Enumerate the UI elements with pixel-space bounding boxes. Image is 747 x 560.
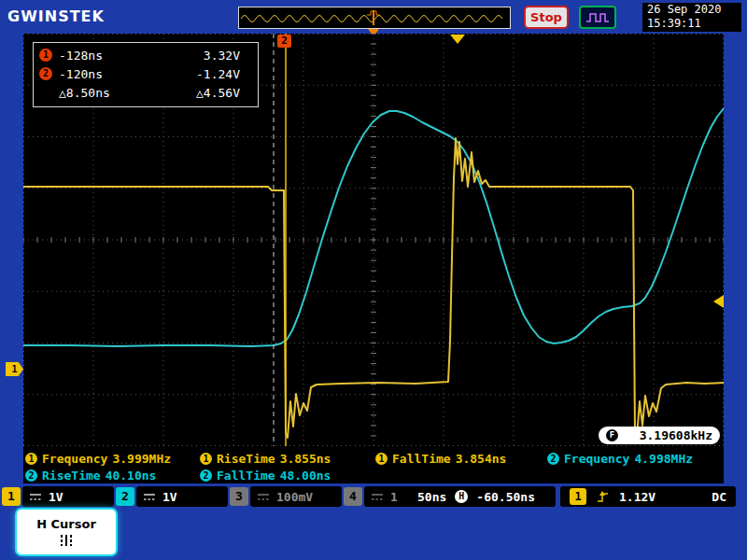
frequency-counter-icon: F [606,429,618,441]
channel-badge: 2 [200,469,212,482]
h-position-icon: H [455,490,468,503]
channel-badge: 2 [116,487,134,506]
channel-scale: 100mV [276,490,313,504]
trigger-level-marker[interactable] [713,295,724,308]
timebase-status[interactable]: 50ns H -60.50ns [397,486,556,507]
h-cursor-button[interactable]: H Cursor [17,510,116,554]
cursor1-time: -128ns [59,49,154,63]
trigger-source-badge: 1 [570,488,586,505]
rising-edge-icon [596,489,610,504]
channel-badge: 2 [25,469,37,482]
edge-trigger-icon [585,10,611,25]
measurement-name: Frequency [42,452,107,466]
cursor2-volt: -1.24V [154,67,240,81]
channel-scale: 1V [162,490,177,504]
trigger-status[interactable]: 1 1.12V DC [560,486,736,507]
channel-badge: 3 [230,487,248,506]
cursor2-row: 2 -120ns -1.24V [39,64,252,83]
datetime-display: 26 Sep 2020 15:39:11 [642,3,741,32]
channel-badge: 1 [375,453,388,465]
scope-display: 2 1 -128ns 3.32V 2 -120ns -1.24V △8.50ns… [23,34,724,483]
channel-badge: 1 [200,453,212,465]
run-stop-indicator[interactable]: Stop [524,6,569,29]
measurement-value: 3.999MHz [112,452,171,466]
measurement-item: 1 Frequency 3.999MHz [25,451,171,466]
date-text: 26 Sep 2020 [647,3,737,17]
channel-badge: 1 [2,487,21,506]
timebase-value: 50ns [417,490,446,504]
dc-coupling-icon [143,492,156,501]
oscilloscope-screen: GWINSTEK Stop 26 Sep 2020 15:39:11 2 1 -… [0,0,747,560]
measurement-value: 48.00ns [280,469,331,483]
channel-badge: 4 [344,487,362,506]
channel-badge: 2 [547,453,559,465]
ch2-waveform [23,108,724,346]
preview-waveform-icon [239,7,508,26]
time-text: 15:39:11 [647,17,737,31]
dc-coupling-icon [257,492,270,501]
h-position-value: -60.50ns [476,490,535,504]
dc-coupling-icon [29,492,42,501]
channel-status-ch2[interactable]: 2 1V [116,486,228,507]
cursor-delta-time: △8.50ns [59,86,154,100]
measurement-item: 2 RiseTime 40.10ns [25,468,156,483]
measurement-value: 4.998MHz [634,452,693,466]
brand-logo: GWINSTEK [7,7,105,25]
status-bar: 1 1V 2 1V 3 [0,486,747,509]
cursor2-badge: 2 [39,67,52,80]
measurement-item: 2 FallTime 48.00ns [200,468,331,483]
trigger-level-value: 1.12V [619,490,655,504]
trigger-position-marker[interactable] [450,35,465,44]
cursor-readout-panel: 1 -128ns 3.32V 2 -120ns -1.24V △8.50ns △… [33,42,259,107]
channel-status-ch3[interactable]: 3 100mV [230,486,342,507]
channel-status-ch1[interactable]: 1 1V [2,486,114,507]
measurement-item: 2 Frequency 4.998MHz [547,451,693,466]
channel-badge: 1 [25,453,37,465]
cursor1-badge: 1 [39,49,52,62]
cursor-delta-row: △8.50ns △4.56V [39,83,252,102]
measurement-item: 1 RiseTime 3.855ns [200,451,331,466]
trigger-type-button[interactable] [579,6,616,29]
frequency-counter-value: 3.19608kHz [624,428,712,442]
h-cursor-label: H Cursor [36,517,96,531]
cursor1-volt: 3.32V [154,49,240,63]
frequency-counter: F 3.19608kHz [599,427,720,444]
cursor2-time: -120ns [59,67,154,81]
measurement-name: FallTime [392,452,451,466]
measurement-item: 1 FallTime 3.854ns [375,451,506,466]
measurement-value: 3.855ns [280,452,331,466]
trigger-coupling: DC [712,490,726,504]
measurement-name: RiseTime [217,452,275,466]
dc-coupling-icon [371,492,384,501]
measurement-name: Frequency [564,452,629,466]
cursor-lines-icon [54,534,78,547]
measurement-bar: 1 Frequency 3.999MHz 1 RiseTime 3.855ns … [23,448,724,483]
measurement-value: 3.854ns [456,452,507,466]
measurement-value: 40.10ns [106,469,157,483]
h-cursor2-top-tag[interactable]: 2 [277,35,291,48]
measurement-name: RiseTime [42,469,101,483]
measurement-name: FallTime [217,469,275,483]
ch1-position-marker[interactable]: 1 [6,362,23,376]
channel-scale: 1V [49,490,63,504]
cursor1-row: 1 -128ns 3.32V [39,46,252,64]
acquisition-preview [238,7,511,29]
cursor-delta-volt: △4.56V [154,86,240,100]
